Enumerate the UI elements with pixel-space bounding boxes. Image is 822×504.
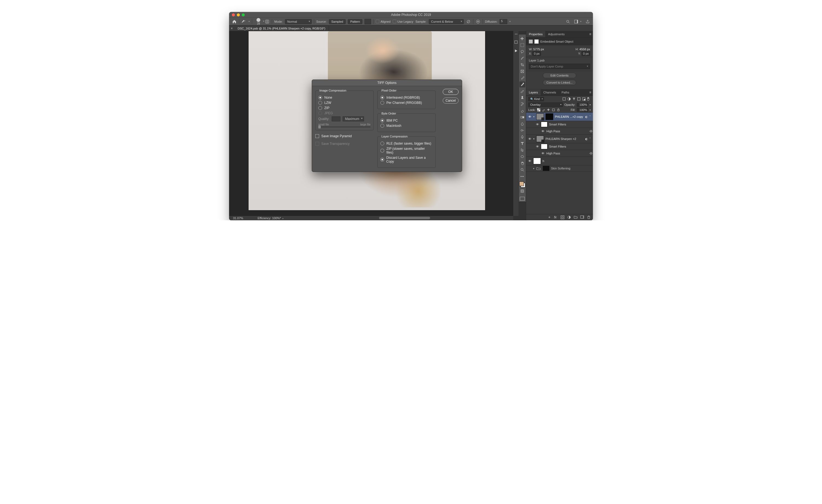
filter-effects-icon[interactable]: ◐ (585, 115, 588, 119)
layer-row[interactable]: 👁 h (526, 157, 593, 165)
disclosure-toggle[interactable]: ▾ (533, 115, 535, 118)
visibility-toggle[interactable]: 👁 (528, 159, 531, 163)
chevron-down-icon[interactable]: ▾ (509, 20, 510, 23)
chevron-up-icon[interactable]: ⌃ (589, 115, 591, 119)
radio-none[interactable]: None (318, 96, 371, 99)
filter-type-icon[interactable] (572, 97, 576, 101)
move-tool[interactable] (519, 36, 525, 42)
filter-blending-icon[interactable] (589, 130, 593, 133)
layer-thumbnail[interactable] (536, 113, 544, 120)
filter-adjustment-icon[interactable] (567, 97, 571, 101)
delete-layer-icon[interactable] (587, 215, 591, 219)
panel-menu-icon[interactable]: ≡ (589, 90, 591, 94)
chevron-down-icon[interactable]: ▾ (589, 104, 591, 106)
scrollbar-thumb[interactable] (379, 217, 430, 219)
eraser-tool[interactable] (519, 108, 525, 114)
brush-settings-icon[interactable] (265, 19, 270, 24)
radio-rle[interactable]: RLE (faster saves, bigger files) (380, 142, 433, 145)
layer-row[interactable]: 👁 ▾ PHLEARN Sharpen +2 ◐⌃ (526, 135, 593, 143)
radio-macintosh[interactable]: Macintosh (380, 124, 433, 128)
radio-ibm-pc[interactable]: IBM PC (380, 119, 433, 122)
filter-mask-thumbnail[interactable] (541, 122, 547, 127)
visibility-toggle[interactable]: 👁 (528, 137, 531, 140)
blur-tool[interactable] (519, 121, 525, 127)
collapse-dock-icon[interactable]: ◂◂ (515, 33, 517, 35)
play-icon[interactable] (514, 49, 518, 53)
new-layer-icon[interactable] (580, 215, 584, 219)
document-tab[interactable]: DSC_1624.psb @ 31.1% (PHLEARN Sharpen +2… (234, 26, 329, 31)
pressure-size-icon[interactable] (475, 19, 480, 24)
shape-tool[interactable] (519, 154, 525, 160)
tab-channels[interactable]: Channels (541, 89, 559, 95)
marquee-tool[interactable] (519, 42, 525, 48)
layer-comp-select[interactable]: Don't Apply Layer Comp ▾ (529, 64, 590, 69)
smart-filter-item[interactable]: 👁 High Pass (526, 128, 593, 135)
brush-preset-picker[interactable]: 28 ▾ (254, 18, 263, 25)
edit-contents-button[interactable]: Edit Contents (543, 73, 576, 78)
horizontal-scrollbar[interactable] (298, 216, 512, 220)
filter-blending-icon[interactable] (589, 152, 593, 155)
panel-shortcut-icon[interactable] (514, 40, 518, 44)
diffusion-field[interactable]: 5 (500, 19, 507, 24)
filter-shape-icon[interactable] (577, 97, 581, 101)
panel-menu-icon[interactable]: ≡ (589, 32, 591, 36)
brush-tool[interactable] (519, 88, 525, 94)
pen-tool[interactable] (519, 134, 525, 140)
disclosure-toggle[interactable]: ▸ (533, 167, 535, 170)
quick-selection-tool[interactable] (519, 55, 525, 61)
lock-transparent-icon[interactable] (537, 108, 540, 112)
filter-smartobject-icon[interactable] (582, 97, 586, 101)
home-icon[interactable] (232, 19, 237, 24)
filter-kind-select[interactable]: 🔍 Kind (528, 97, 544, 101)
tab-layers[interactable]: Layers (526, 89, 541, 95)
type-tool[interactable] (519, 140, 525, 146)
cancel-button[interactable]: Cancel (443, 98, 459, 104)
layer-thumbnail[interactable] (533, 158, 541, 164)
layer-style-icon[interactable]: fx (554, 215, 558, 219)
color-swatches[interactable] (519, 181, 525, 187)
layer-row[interactable]: 👁 ▾ PHLEARN ...+2 copy ◐⌃ (526, 113, 593, 121)
radio-discard-layers[interactable]: Discard Layers and Save a Copy (380, 156, 433, 163)
efficiency-readout[interactable]: Efficiency: 100%*▸ (252, 216, 296, 220)
zoom-tool[interactable] (519, 167, 525, 173)
quick-mask-icon[interactable] (519, 188, 525, 194)
visibility-toggle[interactable]: 👁 (535, 123, 539, 126)
use-legacy-checkbox[interactable]: Use Legacy (393, 20, 413, 23)
filter-mask-thumbnail[interactable] (541, 144, 547, 149)
filter-effects-icon[interactable]: ◐ (585, 137, 588, 141)
zoom-level[interactable]: 31.07% (229, 216, 252, 220)
lock-position-icon[interactable] (547, 108, 550, 112)
frame-tool[interactable] (519, 68, 525, 74)
layer-thumbnail[interactable] (536, 136, 544, 142)
lasso-tool[interactable] (519, 49, 525, 55)
visibility-toggle[interactable]: 👁 (535, 145, 539, 148)
smart-filter-item[interactable]: 👁 High Pass (526, 150, 593, 157)
layer-mask-thumbnail[interactable] (543, 166, 549, 171)
path-selection-tool[interactable] (519, 147, 525, 153)
chevron-down-icon[interactable]: ▾ (589, 109, 591, 111)
clone-stamp-tool[interactable] (519, 95, 525, 101)
lock-pixels-icon[interactable] (542, 108, 545, 112)
chevron-up-icon[interactable]: ⌃ (589, 137, 591, 141)
radio-lzw[interactable]: LZW (318, 101, 371, 105)
save-image-pyramid-checkbox[interactable]: Save Image Pyramid (315, 134, 374, 138)
visibility-toggle[interactable]: 👁 (541, 130, 545, 133)
visibility-toggle[interactable]: 👁 (541, 152, 545, 155)
smart-filters-row[interactable]: 👁 Smart Filters (526, 121, 593, 128)
add-mask-icon[interactable] (560, 215, 564, 219)
radio-interleaved[interactable]: Interleaved (RGBRGB) (380, 96, 433, 99)
filter-toggle[interactable] (587, 97, 591, 101)
opacity-field[interactable]: 100% (577, 103, 588, 107)
screen-mode-icon[interactable] (520, 197, 525, 201)
workspace-switcher-icon[interactable] (574, 19, 579, 24)
blend-mode-select[interactable]: Overlay (528, 102, 563, 107)
aligned-checkbox[interactable]: Aligned (376, 20, 391, 23)
source-sampled-button[interactable]: Sampled (329, 19, 346, 24)
link-layers-icon[interactable] (547, 215, 551, 219)
gradient-tool[interactable] (519, 114, 525, 120)
radio-zip[interactable]: ZIP (318, 106, 371, 110)
visibility-toggle[interactable]: 👁 (528, 115, 531, 118)
chevron-down-icon[interactable]: ▾ (249, 20, 250, 23)
share-icon[interactable] (585, 19, 590, 24)
healing-brush-tool[interactable] (519, 81, 525, 87)
